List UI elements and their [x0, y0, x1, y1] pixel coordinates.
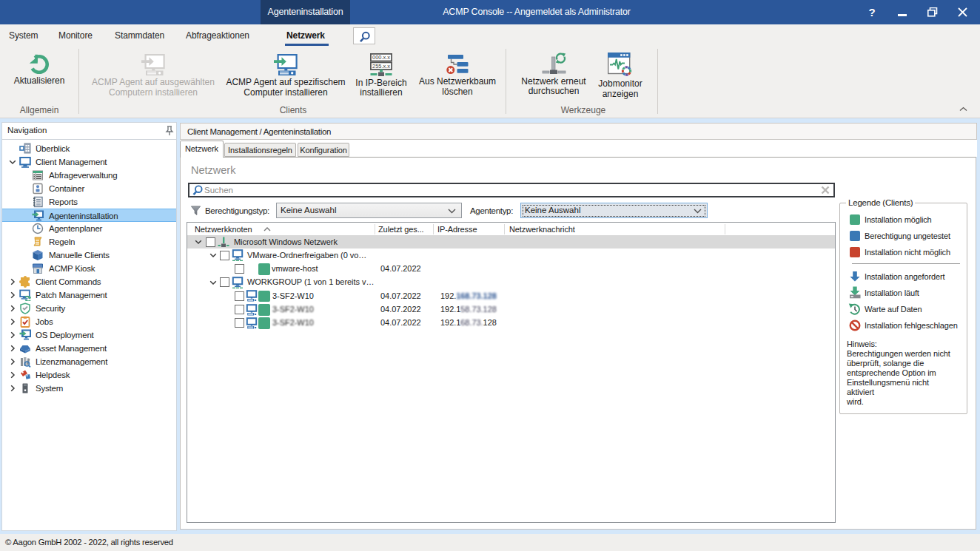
svg-text:000.x.x: 000.x.x [372, 54, 390, 61]
svg-text:255.x.x: 255.x.x [372, 62, 390, 69]
